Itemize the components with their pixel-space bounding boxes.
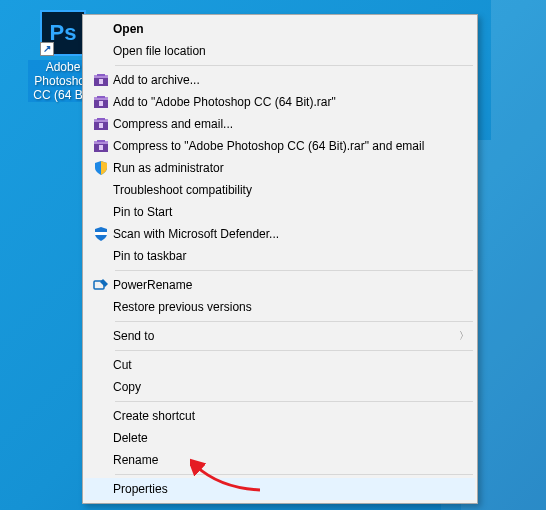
svg-rect-14 xyxy=(97,140,105,142)
menu-troubleshoot-compatibility[interactable]: Troubleshoot compatibility xyxy=(85,179,475,201)
svg-rect-6 xyxy=(97,96,105,98)
menu-label: PowerRename xyxy=(113,278,469,292)
svg-rect-10 xyxy=(97,118,105,120)
menu-add-to-archive[interactable]: Add to archive... xyxy=(85,69,475,91)
menu-copy[interactable]: Copy xyxy=(85,376,475,398)
svg-rect-16 xyxy=(95,232,107,235)
shortcut-arrow-badge: ↗ xyxy=(40,42,54,56)
menu-label: Restore previous versions xyxy=(113,300,469,314)
empty-icon xyxy=(89,299,113,315)
menu-label: Create shortcut xyxy=(113,409,469,423)
menu-label: Compress to "Adobe Photoshop CC (64 Bit)… xyxy=(113,139,469,153)
svg-rect-2 xyxy=(97,74,105,76)
menu-send-to[interactable]: Send to 〉 xyxy=(85,325,475,347)
powerrename-icon xyxy=(89,277,113,293)
empty-icon xyxy=(89,21,113,37)
empty-icon xyxy=(89,481,113,497)
menu-cut[interactable]: Cut xyxy=(85,354,475,376)
menu-label: Pin to Start xyxy=(113,205,469,219)
menu-scan-defender[interactable]: Scan with Microsoft Defender... xyxy=(85,223,475,245)
winrar-icon xyxy=(89,138,113,154)
svg-rect-15 xyxy=(99,145,103,150)
menu-separator xyxy=(115,270,473,271)
winrar-icon xyxy=(89,94,113,110)
menu-add-to-named-rar[interactable]: Add to "Adobe Photoshop CC (64 Bit).rar" xyxy=(85,91,475,113)
menu-pin-to-start[interactable]: Pin to Start xyxy=(85,201,475,223)
menu-label: Cut xyxy=(113,358,469,372)
menu-label: Properties xyxy=(113,482,469,496)
menu-label: Troubleshoot compatibility xyxy=(113,183,469,197)
menu-pin-to-taskbar[interactable]: Pin to taskbar xyxy=(85,245,475,267)
menu-compress-email[interactable]: Compress and email... xyxy=(85,113,475,135)
menu-label: Add to archive... xyxy=(113,73,469,87)
menu-label: Copy xyxy=(113,380,469,394)
empty-icon xyxy=(89,204,113,220)
menu-label: Pin to taskbar xyxy=(113,249,469,263)
menu-restore-previous-versions[interactable]: Restore previous versions xyxy=(85,296,475,318)
svg-rect-11 xyxy=(99,123,103,128)
photoshop-icon: Ps ↗ xyxy=(40,10,86,56)
menu-separator xyxy=(115,401,473,402)
empty-icon xyxy=(89,430,113,446)
defender-icon xyxy=(89,226,113,242)
empty-icon xyxy=(89,357,113,373)
menu-separator xyxy=(115,350,473,351)
svg-rect-7 xyxy=(99,101,103,106)
menu-rename[interactable]: Rename xyxy=(85,449,475,471)
menu-separator xyxy=(115,474,473,475)
empty-icon xyxy=(89,182,113,198)
menu-label: Send to xyxy=(113,329,459,343)
menu-open-file-location[interactable]: Open file location xyxy=(85,40,475,62)
menu-run-as-administrator[interactable]: Run as administrator xyxy=(85,157,475,179)
menu-power-rename[interactable]: PowerRename xyxy=(85,274,475,296)
winrar-icon xyxy=(89,72,113,88)
empty-icon xyxy=(89,248,113,264)
context-menu: Open Open file location Add to archive..… xyxy=(82,14,478,504)
empty-icon xyxy=(89,379,113,395)
menu-separator xyxy=(115,65,473,66)
menu-label: Rename xyxy=(113,453,469,467)
empty-icon xyxy=(89,408,113,424)
menu-create-shortcut[interactable]: Create shortcut xyxy=(85,405,475,427)
winrar-icon xyxy=(89,116,113,132)
menu-label: Run as administrator xyxy=(113,161,469,175)
menu-label: Delete xyxy=(113,431,469,445)
menu-properties[interactable]: Properties xyxy=(85,478,475,500)
empty-icon xyxy=(89,452,113,468)
svg-rect-3 xyxy=(99,79,103,84)
menu-open-label: Open xyxy=(113,22,469,36)
menu-label: Add to "Adobe Photoshop CC (64 Bit).rar" xyxy=(113,95,469,109)
shield-icon xyxy=(89,160,113,176)
menu-label: Open file location xyxy=(113,44,469,58)
menu-label: Scan with Microsoft Defender... xyxy=(113,227,469,241)
chevron-right-icon: 〉 xyxy=(459,329,469,343)
menu-label: Compress and email... xyxy=(113,117,469,131)
menu-delete[interactable]: Delete xyxy=(85,427,475,449)
empty-icon xyxy=(89,328,113,344)
empty-icon xyxy=(89,43,113,59)
menu-separator xyxy=(115,321,473,322)
menu-compress-named-email[interactable]: Compress to "Adobe Photoshop CC (64 Bit)… xyxy=(85,135,475,157)
menu-open[interactable]: Open xyxy=(85,18,475,40)
